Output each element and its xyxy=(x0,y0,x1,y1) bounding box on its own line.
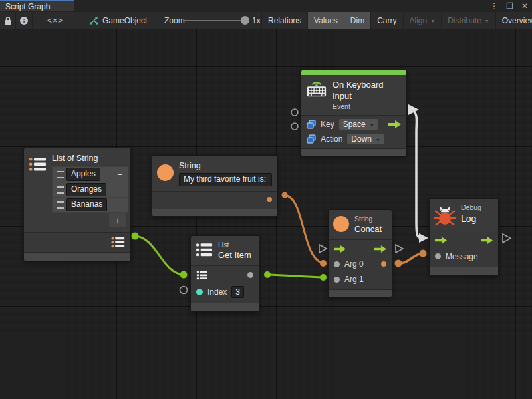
add-item-button[interactable]: + xyxy=(108,213,127,228)
list-item-row: Bananas − xyxy=(53,198,128,212)
list-item-field[interactable]: Apples xyxy=(66,168,100,181)
string-output-port[interactable] xyxy=(267,197,272,202)
node-on-keyboard-input[interactable]: On Keyboard Input Event Key Space▼ xyxy=(301,70,407,156)
result-output-port[interactable] xyxy=(381,261,386,267)
drag-handle-icon[interactable] xyxy=(57,201,64,209)
key-dropdown[interactable]: Space▼ xyxy=(339,119,378,130)
enum-icon xyxy=(307,134,316,144)
node-subtitle: Event xyxy=(332,102,401,112)
keyboard-icon xyxy=(306,80,327,98)
carry-button[interactable]: Carry xyxy=(371,12,403,29)
chevron-down-icon: ▼ xyxy=(376,138,380,142)
zoom-slider-track[interactable] xyxy=(183,20,247,21)
remove-item-button[interactable]: − xyxy=(113,199,126,211)
message-label: Message xyxy=(446,252,478,261)
tab-bar: Script Graph ⋮ ❐ ✕ xyxy=(0,0,532,12)
message-input-port[interactable] xyxy=(435,253,441,259)
node-title: On Keyboard Input xyxy=(332,80,401,102)
zoom-value: 1x xyxy=(252,12,261,29)
action-dropdown[interactable]: Down▼ xyxy=(347,134,384,144)
node-footer xyxy=(152,209,277,216)
remove-item-button[interactable]: − xyxy=(113,168,126,180)
list-item-field[interactable]: Oranges xyxy=(66,183,106,196)
arg1-input-port[interactable] xyxy=(334,277,340,283)
window-maximize-icon[interactable]: ❐ xyxy=(506,0,513,12)
gameobject-label[interactable]: GameObject xyxy=(102,16,147,25)
chevron-down-icon: ▼ xyxy=(430,19,435,23)
drag-handle-icon[interactable] xyxy=(57,186,64,194)
code-preview-button[interactable]: <×> xyxy=(33,12,78,29)
distribute-button[interactable]: Distribute▼ xyxy=(442,12,496,29)
dim-button[interactable]: Dim xyxy=(344,12,371,29)
flow-in-arrow-icon[interactable] xyxy=(435,237,447,244)
flow-out-arrow-icon[interactable] xyxy=(388,120,401,128)
index-label: Index xyxy=(207,287,227,297)
string-value-field[interactable]: My third favorite fruit is: xyxy=(179,173,272,186)
arg0-input-port[interactable] xyxy=(334,261,340,267)
action-label: Action xyxy=(321,134,342,144)
chevron-down-icon: ▼ xyxy=(370,123,374,128)
event-accent-bar xyxy=(301,70,406,75)
node-string-literal[interactable]: String My third favorite fruit is: xyxy=(152,155,278,217)
flow-out-arrow-icon[interactable] xyxy=(374,245,386,253)
item-output-port[interactable] xyxy=(247,272,253,278)
align-button[interactable]: Align▼ xyxy=(404,12,442,29)
lock-icon xyxy=(4,16,12,25)
list-output-port-icon[interactable] xyxy=(111,237,125,248)
node-title: Concat xyxy=(354,224,382,235)
index-field[interactable]: 3 xyxy=(231,286,244,298)
remove-item-button[interactable]: − xyxy=(113,184,126,196)
info-button[interactable]: i xyxy=(16,12,33,29)
node-category: Debug xyxy=(461,203,481,213)
values-button[interactable]: Values xyxy=(308,12,344,29)
node-footer xyxy=(301,148,406,156)
node-category: List xyxy=(218,241,251,250)
zoom-label: Zoom xyxy=(164,12,185,29)
info-icon: i xyxy=(19,16,29,25)
zoom-slider-handle[interactable] xyxy=(241,16,249,25)
node-title: Log xyxy=(461,213,481,225)
window-menu-icon[interactable]: ⋮ xyxy=(490,0,498,12)
node-title: List of String xyxy=(52,153,128,164)
arg1-label: Arg 1 xyxy=(344,275,364,284)
bug-icon xyxy=(434,203,456,227)
gameobject-icon xyxy=(89,16,98,25)
string-icon xyxy=(333,216,349,232)
list-item-field[interactable]: Bananas xyxy=(66,198,107,211)
list-item-row: Apples − xyxy=(53,167,128,182)
list-icon xyxy=(196,243,213,257)
node-debug-log[interactable]: Debug Log Message xyxy=(429,198,499,276)
node-footer xyxy=(24,252,130,261)
node-title: String xyxy=(179,160,272,171)
drag-handle-icon[interactable] xyxy=(57,171,64,178)
list-input-port-icon[interactable] xyxy=(196,271,208,280)
enum-icon xyxy=(307,120,316,129)
node-title: Get Item xyxy=(218,250,251,261)
node-footer xyxy=(430,267,498,275)
node-get-item[interactable]: List Get Item Index 3 xyxy=(190,235,259,312)
overview-button[interactable]: Overview xyxy=(496,12,532,29)
index-input-port[interactable] xyxy=(196,289,203,295)
window-close-icon[interactable]: ✕ xyxy=(521,0,528,12)
key-label: Key xyxy=(321,120,334,129)
string-icon xyxy=(157,164,174,181)
lock-button[interactable] xyxy=(0,12,16,29)
node-concat[interactable]: String Concat Arg 0 A xyxy=(328,209,392,297)
flow-out-arrow-icon[interactable] xyxy=(481,237,493,244)
node-footer xyxy=(329,289,392,297)
node-category: String xyxy=(354,215,382,224)
chevron-down-icon: ▼ xyxy=(485,19,489,23)
arg0-label: Arg 0 xyxy=(344,259,364,269)
tab-script-graph[interactable]: Script Graph xyxy=(0,0,74,11)
graph-toolbar: i <×> GameObject Zoom 1x Relations Value… xyxy=(0,12,532,29)
script-graph-window: On Keyboard Input Event Key Space▼ xyxy=(0,0,532,399)
string-list-icon xyxy=(29,157,47,172)
list-item-row: Oranges − xyxy=(53,182,128,198)
list-editor: Apples − Oranges − Bananas − xyxy=(52,166,128,213)
flow-in-arrow-icon[interactable] xyxy=(334,245,346,253)
node-list-of-string[interactable]: List of String Apples − Oranges − xyxy=(23,148,131,261)
node-footer xyxy=(191,303,259,311)
relations-button[interactable]: Relations xyxy=(262,12,308,29)
